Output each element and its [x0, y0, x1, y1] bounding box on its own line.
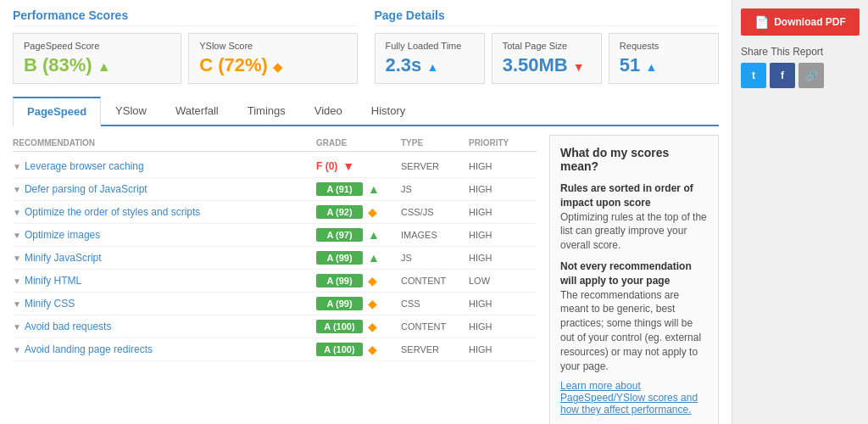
grade-cell-0: F (0) ▼	[316, 159, 401, 173]
col-grade: GRADE	[316, 138, 401, 148]
twitter-share-button[interactable]: t	[741, 63, 766, 88]
type-cell-6: CSS	[401, 298, 469, 309]
tab-video[interactable]: Video	[300, 97, 357, 125]
toggle-icon-3[interactable]: ▼	[13, 231, 21, 240]
status-icon-8: ◆	[368, 343, 377, 356]
grade-cell-6: A (99) ◆	[316, 297, 401, 310]
status-icon-7: ◆	[368, 320, 377, 333]
pagespeed-score-card: PageSpeed Score B (83%) ▲	[13, 33, 181, 84]
toggle-icon-2[interactable]: ▼	[13, 208, 21, 217]
table-row: ▼ Avoid landing page redirects A (100) ◆…	[13, 338, 537, 361]
type-cell-3: IMAGES	[401, 230, 469, 240]
table-row: ▼ Minify JavaScript A (99) ▲ JS HIGH	[13, 247, 537, 270]
right-sidebar: 📄 Download PDF Share This Report t f 🔗	[732, 0, 868, 424]
rec-name-8[interactable]: ▼ Avoid landing page redirects	[13, 343, 316, 355]
tab-waterfall[interactable]: Waterfall	[161, 97, 233, 125]
tab-yslow[interactable]: YSlow	[101, 97, 161, 125]
priority-cell-6: HIGH	[469, 298, 537, 309]
rec-name-1[interactable]: ▼ Defer parsing of JavaScript	[13, 183, 316, 195]
grade-cell-2: A (92) ◆	[316, 205, 401, 219]
priority-cell-1: HIGH	[469, 184, 537, 194]
info-panel-title: What do my scores mean?	[560, 146, 708, 173]
grade-cell-8: A (100) ◆	[316, 343, 401, 356]
fully-loaded-card: Fully Loaded Time 2.3s ▲	[375, 33, 485, 84]
status-icon-3: ▲	[368, 228, 380, 242]
table-row: ▼ Minify CSS A (99) ◆ CSS HIGH	[13, 293, 537, 315]
type-cell-7: CONTENT	[401, 321, 469, 332]
table-row: ▼ Defer parsing of JavaScript A (91) ▲ J…	[13, 178, 537, 201]
tab-history[interactable]: History	[357, 97, 420, 125]
rec-name-6[interactable]: ▼ Minify CSS	[13, 298, 316, 310]
status-icon-4: ▲	[368, 251, 380, 265]
info-panel-para1: Rules are sorted in order of impact upon…	[560, 181, 708, 253]
type-cell-4: JS	[401, 253, 469, 263]
facebook-share-button[interactable]: f	[770, 63, 795, 88]
share-buttons: t f 🔗	[741, 63, 860, 88]
col-type: TYPE	[401, 138, 469, 148]
performance-scores-title: Performance Scores	[13, 8, 358, 26]
rec-name-5[interactable]: ▼ Minify HTML	[13, 275, 316, 287]
requests-card: Requests 51 ▲	[609, 33, 719, 84]
toggle-icon-6[interactable]: ▼	[13, 299, 21, 309]
table-row: ▼ Minify HTML A (99) ◆ CONTENT LOW	[13, 270, 537, 293]
requests-label: Requests	[620, 41, 708, 51]
fully-loaded-arrow: ▲	[426, 60, 438, 74]
total-size-arrow: ▼	[573, 60, 585, 74]
pagespeed-score-label: PageSpeed Score	[24, 41, 170, 51]
rec-name-2[interactable]: ▼ Optimize the order of styles and scrip…	[13, 206, 316, 218]
toggle-icon-1[interactable]: ▼	[13, 185, 21, 194]
pagespeed-score-value: B (83%) ▲	[24, 54, 170, 76]
table-row: ▼ Avoid bad requests A (100) ◆ CONTENT H…	[13, 315, 537, 338]
priority-cell-0: HIGH	[469, 161, 537, 171]
yslow-score-value: C (72%) ◆	[199, 54, 346, 76]
yslow-score-card: YSlow Score C (72%) ◆	[188, 33, 357, 84]
rec-name-7[interactable]: ▼ Avoid bad requests	[13, 321, 316, 332]
info-panel-link[interactable]: Learn more about PageSpeed/YSlow scores …	[560, 380, 698, 416]
download-pdf-button[interactable]: 📄 Download PDF	[741, 8, 860, 36]
tab-pagespeed[interactable]: PageSpeed	[13, 97, 101, 126]
toggle-icon-0[interactable]: ▼	[13, 162, 21, 171]
type-cell-5: CONTENT	[401, 276, 469, 286]
yslow-score-label: YSlow Score	[199, 41, 346, 51]
page-details-title: Page Details	[375, 8, 720, 26]
status-icon-6: ◆	[368, 297, 377, 310]
rec-name-0[interactable]: ▼ Leverage browser caching	[13, 160, 316, 172]
table-header: RECOMMENDATION GRADE TYPE PRIORITY	[13, 135, 537, 152]
grade-cell-4: A (99) ▲	[316, 251, 401, 265]
link-share-button[interactable]: 🔗	[798, 63, 824, 88]
table-row: ▼ Leverage browser caching F (0) ▼ SERVE…	[13, 155, 537, 178]
pagespeed-arrow: ▲	[97, 59, 111, 74]
toggle-icon-8[interactable]: ▼	[13, 345, 21, 354]
total-size-value: 3.50MB ▼	[503, 54, 591, 76]
type-cell-2: CSS/JS	[401, 207, 469, 217]
requests-value: 51 ▲	[620, 54, 708, 76]
toggle-icon-5[interactable]: ▼	[13, 276, 21, 286]
yslow-arrow: ◆	[273, 60, 282, 74]
rec-name-4[interactable]: ▼ Minify JavaScript	[13, 252, 316, 264]
status-icon-0: ▼	[342, 159, 354, 173]
info-panel-para2: Not every recommendation will apply to y…	[560, 259, 708, 373]
facebook-icon: f	[781, 70, 784, 81]
rec-name-3[interactable]: ▼ Optimize images	[13, 229, 316, 241]
priority-cell-3: HIGH	[469, 230, 537, 240]
grade-cell-1: A (91) ▲	[316, 182, 401, 196]
type-cell-0: SERVER	[401, 161, 469, 171]
toggle-icon-7[interactable]: ▼	[13, 322, 21, 332]
table-row: ▼ Optimize the order of styles and scrip…	[13, 201, 537, 224]
share-label: Share This Report	[741, 46, 860, 58]
link-icon: 🔗	[805, 70, 818, 81]
grade-cell-3: A (97) ▲	[316, 228, 401, 242]
priority-cell-5: LOW	[469, 276, 537, 286]
requests-arrow: ▲	[645, 60, 657, 74]
toggle-icon-4[interactable]: ▼	[13, 254, 21, 263]
status-icon-2: ◆	[368, 205, 377, 219]
grade-cell-5: A (99) ◆	[316, 274, 401, 287]
pdf-icon: 📄	[754, 15, 769, 29]
fully-loaded-value: 2.3s ▲	[386, 54, 474, 76]
total-size-card: Total Page Size 3.50MB ▼	[492, 33, 602, 84]
type-cell-8: SERVER	[401, 344, 469, 354]
tab-timings[interactable]: Timings	[233, 97, 300, 125]
status-icon-5: ◆	[368, 274, 377, 287]
col-recommendation: RECOMMENDATION	[13, 138, 316, 148]
grade-cell-7: A (100) ◆	[316, 320, 401, 333]
